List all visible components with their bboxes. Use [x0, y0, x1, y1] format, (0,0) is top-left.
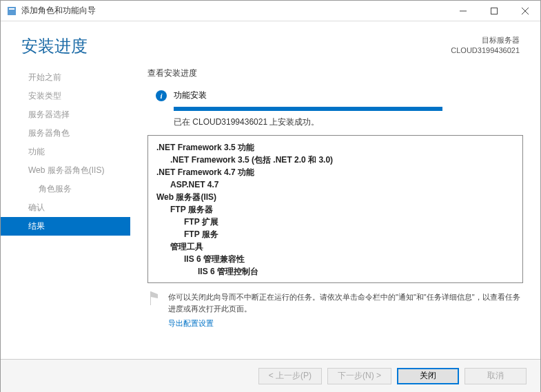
sidebar-step-6: 角色服务 — [1, 180, 130, 198]
sidebar-step-8[interactable]: 结果 — [1, 217, 130, 236]
minimize-button[interactable] — [447, 1, 478, 21]
sidebar-step-3: 服务器角色 — [1, 124, 130, 143]
feature-item: FTP 扩展 — [184, 216, 514, 228]
feature-item: FTP 服务器 — [170, 203, 514, 216]
success-message: 已在 CLOUD3199436021 上安装成功。 — [174, 116, 523, 128]
maximize-button[interactable] — [478, 1, 509, 21]
header: 安装进度 目标服务器 CLOUD3199436021 — [1, 21, 540, 64]
cancel-button[interactable]: 取消 — [465, 368, 527, 384]
sidebar-step-1: 安装类型 — [1, 87, 130, 105]
target-server-info: 目标服务器 CLOUD3199436021 — [451, 35, 520, 56]
content-subtitle: 查看安装进度 — [147, 68, 523, 79]
feature-item: .NET Framework 4.7 功能 — [156, 166, 514, 178]
sidebar-step-7: 确认 — [1, 198, 130, 217]
progress-bar — [174, 107, 442, 111]
sidebar-step-5: Web 服务器角色(IIS) — [1, 161, 130, 180]
app-icon — [6, 6, 17, 17]
svg-rect-0 — [8, 7, 16, 15]
feature-item: FTP 服务 — [184, 228, 514, 240]
feature-item: Web 服务器(IIS) — [156, 191, 514, 203]
sidebar-step-2: 服务器选择 — [1, 105, 130, 124]
export-config-link[interactable]: 导出配置设置 — [168, 318, 523, 329]
feature-item: 管理工具 — [170, 240, 514, 253]
footer-note-text: 你可以关闭此向导而不中断正在运行的任务。请依次单击命令栏中的"通知"和"任务详细… — [168, 291, 523, 314]
svg-rect-3 — [491, 8, 497, 14]
titlebar: 添加角色和功能向导 — [1, 1, 540, 21]
target-server-label: 目标服务器 — [451, 35, 520, 45]
feature-item: .NET Framework 3.5 (包括 .NET 2.0 和 3.0) — [170, 154, 514, 166]
wizard-sidebar: 开始之前安装类型服务器选择服务器角色功能Web 服务器角色(IIS)角色服务确认… — [1, 64, 130, 347]
sidebar-step-4: 功能 — [1, 143, 130, 161]
status-title: 功能安装 — [174, 90, 207, 101]
flag-icon — [147, 291, 161, 305]
close-window-button[interactable] — [509, 1, 540, 21]
info-icon: i — [156, 90, 167, 101]
feature-item: ASP.NET 4.7 — [170, 178, 514, 191]
sidebar-step-0: 开始之前 — [1, 68, 130, 87]
close-button[interactable]: 关闭 — [397, 368, 459, 384]
footer-buttons: < 上一步(P) 下一步(N) > 关闭 取消 — [1, 359, 540, 392]
feature-item: .NET Framework 3.5 功能 — [156, 141, 514, 154]
next-button[interactable]: 下一步(N) > — [327, 368, 391, 384]
feature-item: IIS 6 管理兼容性 — [184, 253, 514, 265]
feature-item: IIS 6 管理控制台 — [198, 265, 514, 278]
content-pane: 查看安装进度 i 功能安装 已在 CLOUD3199436021 上安装成功。 … — [130, 64, 540, 347]
prev-button[interactable]: < 上一步(P) — [258, 368, 322, 384]
svg-rect-1 — [9, 8, 14, 10]
page-title: 安装进度 — [21, 35, 88, 57]
target-server-name: CLOUD3199436021 — [451, 45, 520, 56]
window-title: 添加角色和功能向导 — [21, 5, 447, 17]
footer-note: 你可以关闭此向导而不中断正在运行的任务。请依次单击命令栏中的"通知"和"任务详细… — [147, 291, 523, 314]
status-row: i 功能安装 — [147, 90, 523, 101]
installed-features-list[interactable]: .NET Framework 3.5 功能.NET Framework 3.5 … — [147, 135, 523, 283]
